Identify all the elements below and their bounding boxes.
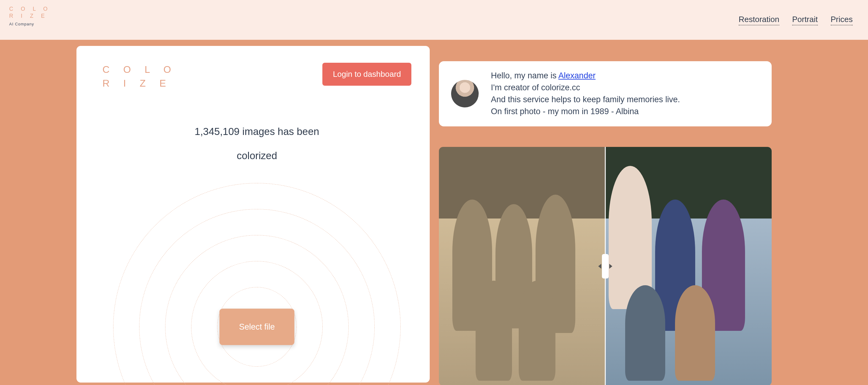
- upload-card-header: C O L O R I Z E Login to dashboard: [102, 63, 411, 90]
- upload-card: C O L O R I Z E Login to dashboard 1,345…: [76, 46, 430, 383]
- select-file-button[interactable]: Select file: [219, 308, 294, 345]
- brand-logo-large: C O L O R I Z E: [102, 63, 177, 90]
- counter-line1: 1,345,109 images has been: [102, 119, 411, 144]
- brand-large-line2: R I Z E: [102, 77, 177, 90]
- brand-line1: C O L O: [9, 5, 51, 12]
- before-after-slider[interactable]: [439, 147, 772, 385]
- top-nav: Restoration Portrait Prices: [739, 5, 853, 25]
- brand-line2: R I Z E: [9, 12, 51, 20]
- login-button[interactable]: Login to dashboard: [322, 63, 411, 86]
- author-avatar: [451, 80, 479, 108]
- after-image: [605, 147, 772, 385]
- author-intro-text: Hello, my name is Alexander I'm creator …: [491, 70, 680, 118]
- intro-line2: I'm creator of colorize.cc: [491, 82, 680, 94]
- concentric-rings-icon: Select file: [119, 189, 395, 385]
- intro-hello: Hello, my name is: [491, 71, 558, 80]
- brand-logo-small: C O L O R I Z E AI Company: [9, 5, 51, 27]
- main-stage: C O L O R I Z E Login to dashboard 1,345…: [0, 40, 868, 385]
- counter-line2: colorized: [102, 144, 411, 168]
- author-intro-card: Hello, my name is Alexander I'm creator …: [439, 61, 772, 126]
- nav-link-portrait[interactable]: Portrait: [792, 15, 818, 25]
- intro-line3: And this service helps to keep family me…: [491, 94, 680, 106]
- brand-subtitle: AI Company: [9, 22, 51, 27]
- counter-text: 1,345,109 images has been colorized: [102, 119, 411, 168]
- nav-link-prices[interactable]: Prices: [831, 15, 853, 25]
- intro-line1: Hello, my name is Alexander: [491, 70, 680, 82]
- author-link[interactable]: Alexander: [558, 71, 596, 80]
- slider-handle[interactable]: [602, 254, 609, 278]
- topbar: C O L O R I Z E AI Company Restoration P…: [0, 0, 868, 40]
- brand-large-line1: C O L O: [102, 63, 177, 77]
- ring: [113, 183, 401, 385]
- before-image: [439, 147, 605, 385]
- upload-dropzone[interactable]: Select file: [102, 189, 411, 379]
- nav-link-restoration[interactable]: Restoration: [739, 15, 779, 25]
- intro-line4: On first photo - my mom in 1989 - Albina: [491, 106, 680, 118]
